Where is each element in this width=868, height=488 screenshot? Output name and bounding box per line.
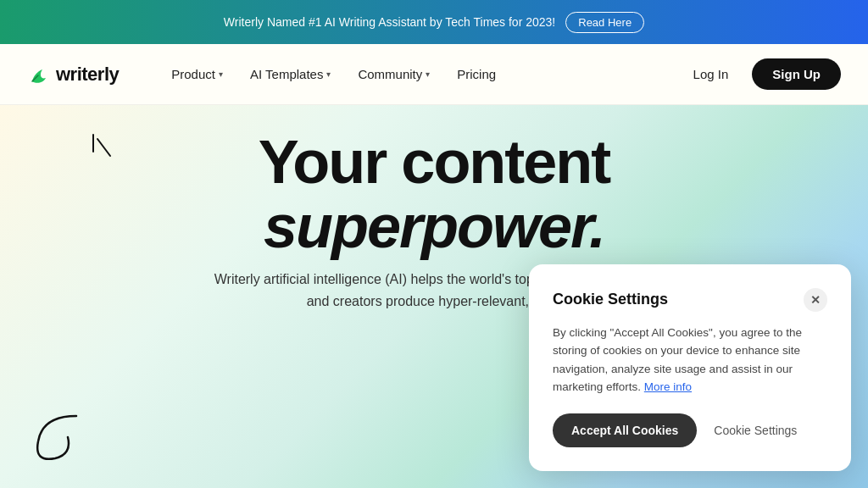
navbar: writerly Product ▾ AI Templates ▾ Commun…	[0, 44, 868, 105]
read-here-button[interactable]: Read Here	[565, 12, 644, 33]
logo[interactable]: writerly	[27, 63, 119, 86]
signup-button[interactable]: Sign Up	[752, 58, 841, 90]
cookie-settings-button[interactable]: Cookie Settings	[707, 413, 804, 447]
banner-text: Writerly Named #1 AI Writing Assistant b…	[224, 15, 555, 29]
chevron-down-icon: ▾	[426, 69, 430, 79]
nav-item-templates[interactable]: AI Templates ▾	[238, 60, 342, 88]
cookie-close-button[interactable]: ✕	[804, 288, 827, 312]
nav-item-pricing[interactable]: Pricing	[445, 60, 508, 88]
chevron-down-icon: ▾	[219, 69, 223, 79]
cookie-modal: Cookie Settings ✕ By clicking "Accept Al…	[529, 264, 851, 471]
nav-item-community[interactable]: Community ▾	[346, 60, 442, 88]
decoration-lines	[68, 130, 119, 181]
login-button[interactable]: Log In	[683, 60, 739, 88]
cookie-actions: Accept All Cookies Cookie Settings	[553, 413, 827, 447]
more-info-link[interactable]: More info	[644, 380, 692, 393]
top-banner: Writerly Named #1 AI Writing Assistant b…	[0, 0, 868, 44]
leaf-icon	[27, 63, 51, 86]
decoration-curl	[25, 403, 93, 471]
nav-links: Product ▾ AI Templates ▾ Community ▾ Pri…	[159, 60, 682, 88]
logo-text: writerly	[56, 64, 119, 86]
hero-title: Your content superpower.	[259, 130, 610, 258]
svg-line-0	[97, 139, 110, 156]
hero-title-italic: superpower.	[259, 195, 610, 259]
chevron-down-icon: ▾	[326, 69, 331, 79]
accept-all-cookies-button[interactable]: Accept All Cookies	[553, 413, 697, 447]
cookie-header: Cookie Settings ✕	[553, 288, 827, 312]
cookie-body: By clicking "Accept All Cookies", you ag…	[553, 324, 827, 396]
cookie-title: Cookie Settings	[553, 291, 668, 308]
nav-item-product[interactable]: Product ▾	[159, 60, 235, 88]
nav-right: Log In Sign Up	[683, 58, 841, 90]
